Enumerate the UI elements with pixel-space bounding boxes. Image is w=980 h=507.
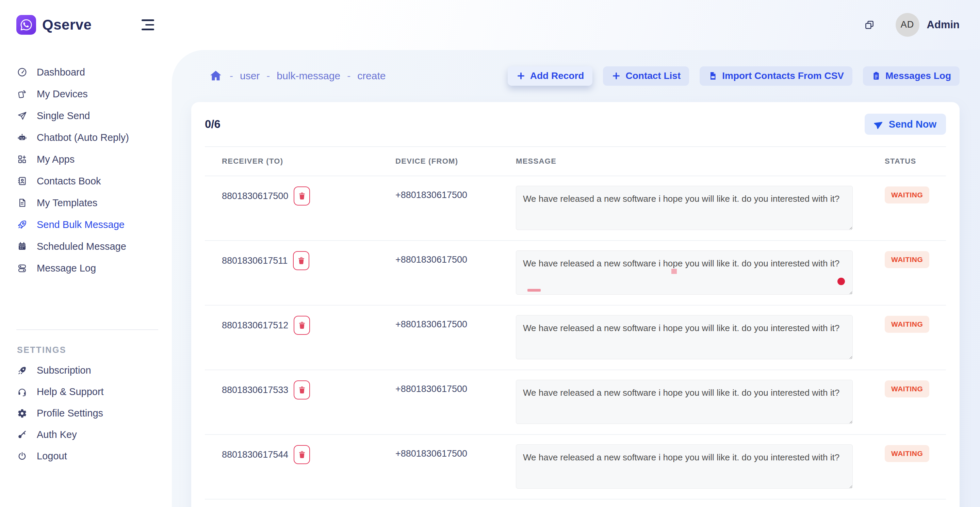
breadcrumb-create[interactable]: create bbox=[357, 70, 385, 82]
col-header-receiver: RECEIVER (TO) bbox=[205, 157, 379, 166]
breadcrumb-user[interactable]: user bbox=[240, 70, 259, 82]
device-number: +8801830617500 bbox=[379, 370, 499, 434]
key-icon bbox=[17, 430, 27, 440]
messages-log-button[interactable]: Messages Log bbox=[863, 66, 959, 86]
sidebar-item-scheduled-message[interactable]: Scheduled Message bbox=[0, 235, 172, 257]
sidebar-nav: Dashboard My Devices Single Send Chatbot… bbox=[0, 61, 172, 279]
delete-row-button[interactable] bbox=[294, 445, 310, 464]
contact-list-button[interactable]: Contact List bbox=[603, 66, 689, 86]
receiver-number: 8801830617533 bbox=[222, 385, 288, 396]
clipboard-icon bbox=[872, 71, 881, 81]
whatsapp-logo-icon bbox=[16, 15, 36, 35]
user-name[interactable]: Admin bbox=[927, 19, 959, 31]
message-textarea[interactable]: We have released a new software i hope y… bbox=[516, 315, 853, 359]
hamburger-menu-icon[interactable] bbox=[142, 19, 154, 30]
sidebar-divider bbox=[16, 329, 158, 330]
rocket-filled-icon bbox=[17, 366, 27, 376]
table-row: 8801830617544 +8801830617500 We have rel… bbox=[205, 435, 946, 499]
status-cell: WAITING bbox=[868, 435, 946, 499]
receiver-number: 8801830617512 bbox=[222, 320, 288, 331]
sidebar-item-single-send[interactable]: Single Send bbox=[0, 105, 172, 127]
sidebar-settings-nav: Subscription Help & Support Profile Sett… bbox=[0, 360, 172, 467]
plus-icon bbox=[516, 71, 526, 81]
gear-icon bbox=[17, 408, 27, 418]
sidebar-item-my-devices[interactable]: My Devices bbox=[0, 83, 172, 105]
sidebar-item-profile-settings[interactable]: Profile Settings bbox=[0, 402, 172, 424]
table-row: 8801830617500 +8801830617500 We have rel… bbox=[205, 176, 946, 241]
breadcrumb-separator: - bbox=[266, 70, 270, 82]
receiver-cell: 8801830617512 bbox=[205, 305, 379, 335]
robot-icon bbox=[17, 132, 27, 143]
bulk-message-card: 0/6 Send Now RECEIVER (TO) DEVICE (FROM)… bbox=[191, 102, 959, 507]
sidebar-item-message-log[interactable]: Message Log bbox=[0, 257, 172, 279]
device-number: +8801830617500 bbox=[379, 241, 499, 305]
sidebar-item-logout[interactable]: Logout bbox=[0, 445, 172, 467]
col-header-device: DEVICE (FROM) bbox=[379, 157, 499, 166]
message-textarea[interactable]: We have released a new software i hope y… bbox=[516, 186, 853, 230]
status-badge: WAITING bbox=[885, 316, 929, 333]
gauge-icon bbox=[17, 67, 27, 77]
message-cell: We have released a new software i hope y… bbox=[499, 435, 868, 499]
status-badge: WAITING bbox=[885, 186, 929, 203]
sidebar-item-auth-key[interactable]: Auth Key bbox=[0, 424, 172, 445]
brand: Qserve bbox=[0, 0, 172, 35]
copy-icon[interactable] bbox=[864, 20, 875, 30]
message-textarea[interactable]: We have released a new software i hope y… bbox=[516, 380, 853, 424]
sidebar-item-my-templates[interactable]: My Templates bbox=[0, 192, 172, 214]
add-record-button[interactable]: Add Record bbox=[508, 66, 593, 86]
trash-icon bbox=[298, 386, 306, 394]
receiver-number: 8801830617500 bbox=[222, 191, 288, 202]
import-contacts-csv-button[interactable]: Import Contacts From CSV bbox=[700, 66, 853, 86]
spellcheck-underline bbox=[527, 289, 541, 292]
brand-name: Qserve bbox=[42, 17, 92, 33]
message-textarea[interactable]: We have released a new software i hope y… bbox=[516, 444, 853, 489]
status-badge: WAITING bbox=[885, 445, 929, 462]
message-cell: We have released a new software i hope y… bbox=[499, 176, 868, 240]
receiver-number: 8801830617544 bbox=[222, 450, 288, 460]
toggles-icon bbox=[17, 263, 27, 273]
sidebar-item-contacts-book[interactable]: Contacts Book bbox=[0, 170, 172, 192]
csv-file-icon bbox=[708, 71, 718, 81]
send-icon bbox=[872, 118, 886, 131]
home-icon[interactable] bbox=[208, 69, 223, 83]
status-badge: WAITING bbox=[885, 380, 929, 397]
plus-icon bbox=[611, 71, 621, 81]
toolbar-buttons: Add Record Contact List Import Contacts … bbox=[508, 66, 959, 86]
receiver-cell: 8801830617511 bbox=[205, 241, 379, 270]
receiver-cell: 8801830617533 bbox=[205, 370, 379, 399]
delete-row-button[interactable] bbox=[293, 251, 309, 270]
grammar-assistant-dot-icon bbox=[837, 278, 845, 285]
trash-icon bbox=[297, 257, 305, 265]
table-row: 8801830617533 +8801830617500 We have rel… bbox=[205, 370, 946, 435]
page: Qserve Dashboard My Devices Single Send … bbox=[0, 0, 980, 507]
table-row: 8801830617511 +8801830617500 We have rel… bbox=[205, 241, 946, 305]
topbar: AD Admin bbox=[172, 0, 980, 49]
settings-section-label: SETTINGS bbox=[17, 345, 172, 355]
message-textarea[interactable]: We have released a new software i hope y… bbox=[516, 250, 853, 295]
receiver-cell: 8801830617500 bbox=[205, 176, 379, 205]
message-cell: We have released a new software i hope y… bbox=[499, 241, 868, 305]
breadcrumb: - user - bulk-message - create bbox=[208, 69, 386, 83]
delete-row-button[interactable] bbox=[294, 380, 310, 399]
delete-row-button[interactable] bbox=[294, 316, 310, 335]
calendar-icon bbox=[17, 241, 27, 251]
send-now-button[interactable]: Send Now bbox=[865, 114, 946, 135]
sidebar-item-subscription[interactable]: Subscription bbox=[0, 360, 172, 381]
sidebar-item-chatbot[interactable]: Chatbot (Auto Reply) bbox=[0, 127, 172, 148]
power-icon bbox=[17, 451, 27, 461]
sidebar-item-dashboard[interactable]: Dashboard bbox=[0, 61, 172, 83]
sidebar-item-help-support[interactable]: Help & Support bbox=[0, 381, 172, 402]
phone-signal-icon bbox=[17, 89, 27, 99]
delete-row-button[interactable] bbox=[294, 186, 310, 205]
trash-icon bbox=[298, 450, 306, 459]
sidebar-item-my-apps[interactable]: My Apps bbox=[0, 148, 172, 170]
status-badge: WAITING bbox=[885, 251, 929, 268]
status-cell: WAITING bbox=[868, 370, 946, 434]
table-header-row: RECEIVER (TO) DEVICE (FROM) MESSAGE STAT… bbox=[205, 147, 946, 176]
breadcrumb-bulk-message[interactable]: bulk-message bbox=[277, 70, 340, 82]
avatar[interactable]: AD bbox=[896, 13, 920, 37]
sidebar-item-send-bulk-message[interactable]: Send Bulk Message bbox=[0, 214, 172, 235]
status-cell: WAITING bbox=[868, 176, 946, 240]
status-cell: WAITING bbox=[868, 241, 946, 305]
receiver-cell: 8801830617544 bbox=[205, 435, 379, 464]
